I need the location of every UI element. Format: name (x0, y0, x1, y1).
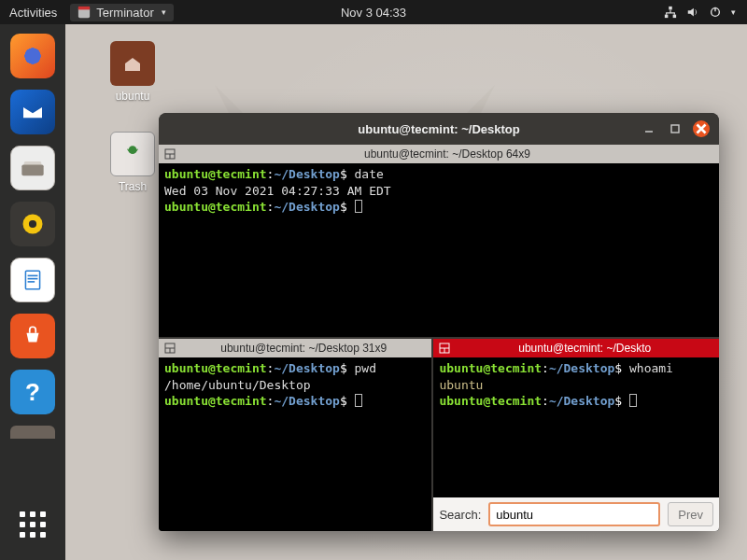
dock-rhythmbox[interactable] (10, 202, 55, 246)
terminal-pane-bottom-right[interactable]: ubuntu@tecmint: ~/Deskto ubuntu@tecmint:… (433, 339, 719, 531)
search-prev-button[interactable]: Prev (668, 502, 713, 526)
pane-title: ubuntu@tecmint: ~/Deskto (456, 342, 713, 355)
svg-rect-12 (28, 278, 38, 280)
terminal-output[interactable]: ubuntu@tecmint:~/Desktop$ whoami ubuntu … (433, 357, 719, 497)
split-icon (164, 148, 176, 160)
pane-title: ubuntu@tecmint: ~/Desktop 31x9 (181, 342, 426, 355)
chevron-down-icon: ▾ (162, 7, 166, 17)
minimize-button[interactable] (641, 120, 657, 137)
dock-extra[interactable] (10, 426, 55, 439)
window-title: ubuntu@tecmint: ~/Desktop (358, 122, 519, 136)
search-input[interactable] (488, 502, 660, 526)
desktop-icon-trash[interactable]: Trash (103, 132, 162, 193)
dock-firefox[interactable] (10, 34, 55, 78)
chevron-down-icon: ▾ (731, 7, 736, 17)
volume-icon[interactable] (686, 6, 699, 19)
dock-libreoffice[interactable] (10, 258, 55, 302)
desktop-icon-home[interactable]: ubuntu (103, 41, 162, 103)
split-icon (439, 343, 450, 354)
cursor (355, 394, 362, 407)
svg-rect-2 (665, 15, 669, 19)
split-icon (164, 343, 176, 354)
terminal-pane-top[interactable]: ubuntu@tecmint: ~/Desktop 64x9 ubuntu@te… (159, 145, 719, 339)
activities-button[interactable]: Activities (9, 6, 57, 20)
cursor (629, 394, 637, 407)
terminal-window: ubuntu@tecmint: ~/Desktop ubuntu@tecmint… (159, 113, 719, 531)
app-menu-label: Terminator (96, 6, 153, 20)
pane-header[interactable]: ubuntu@tecmint: ~/Desktop 31x9 (159, 339, 431, 357)
dock-thunderbird[interactable] (10, 90, 55, 134)
app-menu[interactable]: Terminator ▾ (70, 4, 173, 21)
svg-rect-13 (28, 281, 35, 283)
dock-files[interactable] (10, 146, 55, 190)
svg-rect-7 (21, 165, 43, 176)
svg-rect-11 (28, 275, 38, 277)
dock-software[interactable] (10, 314, 55, 358)
dock: ? (0, 24, 65, 560)
terminal-output[interactable]: ubuntu@tecmint:~/Desktop$ date Wed 03 No… (159, 163, 719, 337)
svg-rect-3 (673, 15, 677, 19)
pane-header-active[interactable]: ubuntu@tecmint: ~/Deskto (433, 339, 719, 357)
power-icon[interactable] (709, 6, 722, 19)
svg-rect-10 (25, 271, 39, 289)
desktop[interactable]: ubuntu Trash ubuntu@tecmint: ~/Desktop u… (65, 24, 747, 560)
top-panel: Activities Terminator ▾ Nov 3 04:33 ▾ (0, 0, 747, 24)
trash-icon (110, 132, 155, 176)
svg-rect-4 (669, 7, 672, 10)
terminal-pane-bottom-left[interactable]: ubuntu@tecmint: ~/Desktop 31x9 ubuntu@te… (159, 339, 433, 531)
terminator-icon (78, 6, 91, 19)
close-button[interactable] (693, 120, 710, 137)
network-icon[interactable] (664, 6, 677, 19)
dock-help[interactable]: ? (10, 370, 55, 414)
svg-rect-14 (671, 125, 679, 133)
pane-title: ubuntu@tecmint: ~/Desktop 64x9 (181, 147, 713, 161)
desktop-icon-label: ubuntu (103, 90, 162, 103)
pane-header[interactable]: ubuntu@tecmint: ~/Desktop 64x9 (159, 145, 719, 163)
maximize-button[interactable] (667, 120, 684, 137)
search-label: Search: (439, 508, 481, 522)
folder-home-icon (110, 41, 155, 86)
titlebar[interactable]: ubuntu@tecmint: ~/Desktop (159, 113, 719, 145)
svg-point-9 (29, 220, 36, 228)
clock[interactable]: Nov 3 04:33 (341, 6, 406, 20)
desktop-icon-label: Trash (103, 180, 162, 193)
search-bar: Search: Prev (433, 497, 719, 531)
svg-rect-1 (78, 7, 90, 10)
apps-grid-button[interactable] (10, 502, 55, 547)
terminal-output[interactable]: ubuntu@tecmint:~/Desktop$ pwd /home/ubun… (159, 357, 431, 531)
cursor (355, 200, 362, 213)
